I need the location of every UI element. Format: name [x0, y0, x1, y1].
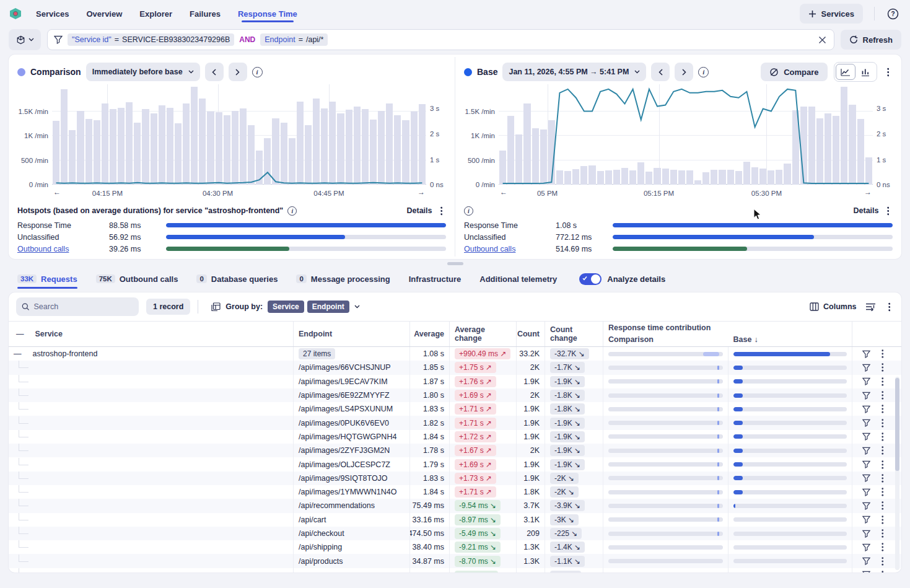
hotspots-details-link[interactable]: Details	[407, 206, 432, 215]
hotspot-label[interactable]: Outbound calls	[17, 245, 109, 253]
row-filter-button[interactable]	[861, 404, 872, 415]
row-menu-button[interactable]	[880, 362, 885, 373]
row-menu-button[interactable]	[880, 445, 885, 456]
search-box[interactable]	[16, 297, 139, 316]
row-menu-button[interactable]	[880, 418, 885, 429]
columns-button[interactable]: Columns	[810, 302, 856, 311]
tab-infrastructure[interactable]: Infrastructure	[409, 268, 462, 290]
row-filter-button[interactable]	[861, 349, 872, 359]
nav-item-response-time[interactable]: Response Time	[238, 2, 297, 26]
nav-item-failures[interactable]: Failures	[190, 2, 221, 26]
header-average-change[interactable]: Average change	[450, 322, 517, 346]
row-menu-button[interactable]	[880, 376, 885, 387]
pan-left-icon[interactable]: ←	[53, 188, 61, 196]
clear-filter-button[interactable]	[817, 35, 828, 45]
tab-outbound-calls[interactable]: 75KOutbound calls	[96, 268, 178, 290]
row-menu-button[interactable]	[880, 528, 885, 539]
scrollbar-thumb[interactable]	[895, 378, 899, 471]
table-row-api-images-0puk6v6ev0[interactable]: /api/images/0PUK6V6EV01.82 s+1.71 s ↗1.9…	[9, 416, 901, 429]
header-comparison[interactable]: Comparison	[603, 335, 728, 344]
table-row-api-images-ls4psxunum[interactable]: /api/images/LS4PSXUNUM1.83 s+1.71 s ↗1.9…	[9, 402, 901, 416]
tab-requests[interactable]: 33KRequests	[17, 268, 77, 290]
comparison-next-button[interactable]	[229, 63, 247, 81]
tab-message-processing[interactable]: 0Message processing	[296, 268, 390, 290]
base-info-icon[interactable]: i	[698, 67, 709, 77]
hotspots-info-icon[interactable]: i	[464, 206, 473, 216]
table-row-api-images-2zyfj3gm2n[interactable]: /api/images/2ZYFJ3GM2N1.78 s+1.67 s ↗2K-…	[9, 444, 901, 457]
table-scrollbar[interactable]	[895, 377, 899, 570]
comparison-range-dropdown[interactable]: Immediately before base	[86, 63, 200, 81]
row-filter-button[interactable]	[861, 529, 872, 539]
comparison-prev-button[interactable]	[205, 63, 224, 81]
row-filter-button[interactable]	[861, 501, 872, 511]
row-filter-button[interactable]	[861, 459, 872, 470]
filter-chip-endpoint[interactable]: Endpoint=/api/*	[260, 33, 328, 46]
filter-chip-service-id[interactable]: "Service id"=SERVICE-EB9383023479296B	[68, 33, 234, 46]
pan-right-icon[interactable]: →	[418, 188, 425, 196]
table-row-api-images-9siqt8tojo[interactable]: /api/images/9SIQT8TOJO1.83 s+1.73 s ↗1.9…	[9, 472, 901, 485]
scope-selector-button[interactable]	[9, 29, 41, 50]
hotspots-info-icon[interactable]: i	[287, 206, 297, 216]
base-chart[interactable]: 1.5K /min1K /min500 /min0 /min 05 PM05:1…	[464, 84, 893, 197]
table-row-api-shipping[interactable]: /api/shipping38.40 ms-9.21 ms ↘1.3K-1.4K…	[9, 540, 901, 554]
row-filter-button[interactable]	[861, 362, 872, 373]
compare-button[interactable]: Compare	[761, 63, 827, 81]
nav-item-overview[interactable]: Overview	[87, 2, 123, 26]
help-button[interactable]: ?	[886, 7, 900, 21]
row-filter-button[interactable]	[861, 556, 872, 566]
row-filter-button[interactable]	[861, 569, 872, 573]
row-filter-button[interactable]	[861, 376, 872, 387]
row-density-button[interactable]	[864, 301, 877, 312]
row-menu-button[interactable]	[880, 390, 885, 401]
table-row-api-recommendations[interactable]: /api/recommendations75.49 ms-9.54 ms ↘3.…	[9, 499, 901, 512]
nav-item-services[interactable]: Services	[36, 2, 69, 26]
header-average[interactable]: Average	[410, 322, 450, 346]
header-count-change[interactable]: Count change	[545, 322, 603, 346]
comparison-chart[interactable]: 1.5K /min1K /min500 /min0 /min 04:15 PM0…	[17, 84, 446, 197]
comparison-info-icon[interactable]: i	[252, 67, 263, 77]
group-chip-service[interactable]: Service	[268, 301, 304, 313]
record-count-chip[interactable]: 1 record	[146, 299, 190, 315]
row-menu-button[interactable]	[880, 403, 885, 415]
table-menu-button[interactable]	[885, 301, 895, 313]
search-input[interactable]	[33, 302, 133, 311]
bar-chart-toggle[interactable]	[855, 64, 875, 80]
row-menu-button[interactable]	[880, 431, 885, 442]
refresh-button[interactable]: Refresh	[841, 30, 901, 50]
table-row[interactable]	[9, 568, 901, 573]
header-service[interactable]: — Service	[9, 322, 294, 346]
row-menu-button[interactable]	[880, 459, 885, 470]
row-menu-button[interactable]	[880, 473, 885, 484]
add-services-button[interactable]: Services	[800, 4, 864, 24]
base-timeframe-dropdown[interactable]: Jan 11, 2026, 4:55 PM → 5:41 PM	[502, 63, 646, 81]
row-filter-button[interactable]	[861, 542, 872, 553]
table-row-api-checkout[interactable]: /api/checkout474.50 ms-5.49 ms ↘209-225 …	[9, 527, 901, 540]
hotspots-menu-button[interactable]	[437, 205, 447, 217]
filter-query-input[interactable]: "Service id"=SERVICE-EB9383023479296BAND…	[47, 29, 834, 50]
row-menu-button[interactable]	[880, 569, 885, 573]
table-row-27-items[interactable]: —astroshop-frontend27 items1.08 s+990.49…	[9, 347, 901, 361]
row-menu-button[interactable]	[880, 348, 885, 359]
row-filter-button[interactable]	[861, 390, 872, 401]
header-endpoint[interactable]: Endpoint	[294, 322, 410, 346]
analyze-details-toggle[interactable]	[579, 273, 602, 285]
header-count[interactable]: Count	[517, 322, 545, 346]
base-next-button[interactable]	[675, 63, 693, 81]
table-row-api-products[interactable]: /api/products34.87 ms-8.70 ms ↘1.3K-1.1K…	[9, 554, 901, 568]
hotspots-details-link[interactable]: Details	[854, 206, 879, 215]
hotspots-menu-button[interactable]	[883, 205, 893, 217]
row-filter-button[interactable]	[861, 418, 872, 428]
table-row-api-images-oljcespc7z[interactable]: /api/images/OLJCESPC7Z1.79 s+1.69 s ↗1.9…	[9, 457, 901, 471]
base-prev-button[interactable]	[651, 63, 670, 81]
group-chip-endpoint[interactable]: Endpoint	[307, 301, 349, 313]
table-row-api-images-hqtgwgpnh4[interactable]: /api/images/HQTGWGPNH41.84 s+1.72 s ↗1.9…	[9, 430, 901, 444]
row-menu-button[interactable]	[880, 486, 885, 498]
header-base[interactable]: Base↓	[728, 335, 852, 344]
nav-item-explorer[interactable]: Explorer	[139, 2, 172, 26]
tab-additional-telemetry[interactable]: Additional telemetry	[479, 268, 557, 290]
row-filter-button[interactable]	[861, 431, 872, 442]
row-menu-button[interactable]	[880, 542, 885, 553]
row-filter-button[interactable]	[861, 487, 872, 498]
table-row-api-images-1ymwwn1n4o[interactable]: /api/images/1YMWWN1N4O1.84 s+1.71 s ↗1.8…	[9, 485, 901, 499]
row-menu-button[interactable]	[880, 514, 885, 525]
